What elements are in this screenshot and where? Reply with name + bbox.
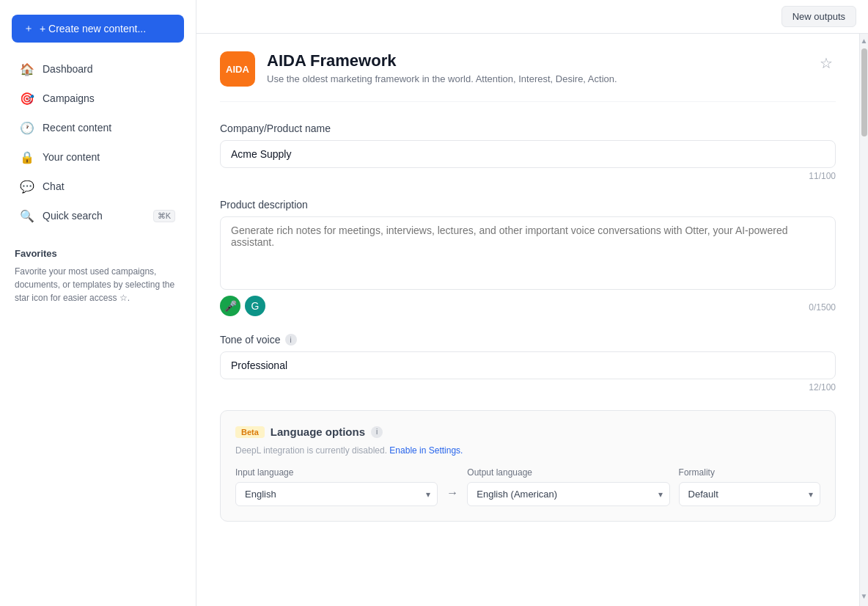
sidebar-item-chat[interactable]: 💬 Chat xyxy=(6,172,190,200)
product-desc-char-count: 0/1500 xyxy=(809,302,836,313)
sidebar-label-chat: Chat xyxy=(43,180,65,192)
output-language-group: Output language English (American) xyxy=(467,467,669,506)
tone-char-count: 12/100 xyxy=(220,382,836,393)
framework-logo: AIDA xyxy=(220,51,255,87)
formality-label: Formality xyxy=(679,467,820,478)
beta-badge: Beta xyxy=(235,426,265,438)
formality-select[interactable]: Default xyxy=(679,482,820,506)
chat-icon: 💬 xyxy=(21,180,34,193)
quick-search-label: Quick search xyxy=(43,210,103,222)
create-new-button[interactable]: ＋ + Create new content... xyxy=(12,15,184,43)
textarea-icons: 🎤 G xyxy=(220,296,265,316)
product-description-textarea[interactable] xyxy=(220,216,836,290)
sidebar-item-dashboard[interactable]: 🏠 Dashboard xyxy=(6,55,190,83)
product-description-field: Product description 🎤 G 0/1500 xyxy=(220,199,836,316)
scroll-down-arrow[interactable]: ▼ xyxy=(860,589,868,603)
company-name-char-count: 11/100 xyxy=(220,171,836,181)
output-language-select-wrapper: English (American) xyxy=(467,482,669,506)
sidebar-label-recent: Recent content xyxy=(43,122,111,134)
star-icon: ☆ xyxy=(119,293,128,303)
framework-title: AIDA Framework xyxy=(267,51,805,70)
company-name-field: Company/Product name 11/100 xyxy=(220,123,836,181)
tone-info-icon[interactable]: i xyxy=(285,334,297,346)
sidebar-item-recent[interactable]: 🕐 Recent content xyxy=(6,114,190,142)
output-language-select[interactable]: English (American) xyxy=(467,482,669,506)
textarea-footer: 🎤 G 0/1500 xyxy=(220,296,836,316)
arrow-icon: → xyxy=(446,486,458,501)
input-language-label: Input language xyxy=(235,467,438,478)
sidebar-label-campaigns: Campaigns xyxy=(43,92,95,104)
company-name-input[interactable] xyxy=(220,140,836,168)
scroll-indicator: ▲ ▼ xyxy=(859,34,868,606)
sidebar-item-your-content[interactable]: 🔒 Your content xyxy=(6,143,190,171)
quick-search-row[interactable]: 🔍 Quick search ⌘K xyxy=(6,202,190,230)
formality-select-wrapper: Default xyxy=(679,482,820,506)
framework-description: Use the oldest marketing framework in th… xyxy=(267,73,805,84)
company-name-label: Company/Product name xyxy=(220,123,836,134)
sidebar-label-your-content: Your content xyxy=(43,151,100,163)
framework-info: AIDA Framework Use the oldest marketing … xyxy=(267,51,805,84)
product-description-label: Product description xyxy=(220,199,836,211)
deepl-settings-link[interactable]: Enable in Settings. xyxy=(389,445,463,456)
top-bar: New outputs xyxy=(196,0,868,34)
deepl-notice: DeepL integration is currently disabled.… xyxy=(235,445,820,456)
sidebar-label-dashboard: Dashboard xyxy=(43,63,93,75)
your-content-icon: 🔒 xyxy=(21,150,34,164)
tone-of-voice-field: Tone of voice i 12/100 xyxy=(220,334,836,393)
language-selects: Input language English → Output language xyxy=(235,467,820,506)
language-info-icon[interactable]: i xyxy=(371,426,383,438)
output-language-label: Output language xyxy=(467,467,669,478)
language-box-header: Beta Language options i xyxy=(235,426,820,438)
scroll-up-arrow[interactable]: ▲ xyxy=(860,34,868,48)
favorite-star-button[interactable]: ☆ xyxy=(817,51,836,75)
language-options-title: Language options xyxy=(271,426,365,438)
language-options-box: Beta Language options i DeepL integratio… xyxy=(220,410,836,522)
formality-group: Formality Default xyxy=(679,467,820,506)
recent-icon: 🕐 xyxy=(21,121,34,134)
create-button-label: + Create new content... xyxy=(40,23,146,34)
sidebar-item-campaigns[interactable]: 🎯 Campaigns xyxy=(6,84,190,112)
scroll-thumb[interactable] xyxy=(861,48,867,136)
quick-search-kbd: ⌘K xyxy=(153,210,175,222)
input-language-select-wrapper: English xyxy=(235,482,438,506)
campaigns-icon: 🎯 xyxy=(21,92,34,105)
favorites-section: Favorites Favorite your most used campai… xyxy=(0,236,196,316)
favorites-description: Favorite your most used campaigns, docum… xyxy=(15,265,181,304)
form-panel: AIDA AIDA Framework Use the oldest marke… xyxy=(196,34,859,606)
content-area: AIDA AIDA Framework Use the oldest marke… xyxy=(196,34,868,606)
new-outputs-button[interactable]: New outputs xyxy=(781,6,856,27)
voice-tool-icon[interactable]: 🎤 xyxy=(220,296,240,316)
favorites-title: Favorites xyxy=(15,248,181,259)
framework-header: AIDA AIDA Framework Use the oldest marke… xyxy=(220,51,836,102)
sidebar: ＋ + Create new content... 🏠 Dashboard 🎯 … xyxy=(0,0,196,606)
tone-of-voice-label: Tone of voice i xyxy=(220,334,836,346)
search-icon: 🔍 xyxy=(21,209,34,222)
dashboard-icon: 🏠 xyxy=(21,62,34,76)
main-wrapper: New outputs AIDA AIDA Framework Use the … xyxy=(196,0,868,606)
plus-icon: ＋ xyxy=(23,22,34,35)
ai-tool-icon[interactable]: G xyxy=(245,296,265,316)
input-language-group: Input language English xyxy=(235,467,438,506)
tone-of-voice-input[interactable] xyxy=(220,351,836,379)
input-language-select[interactable]: English xyxy=(235,482,438,506)
